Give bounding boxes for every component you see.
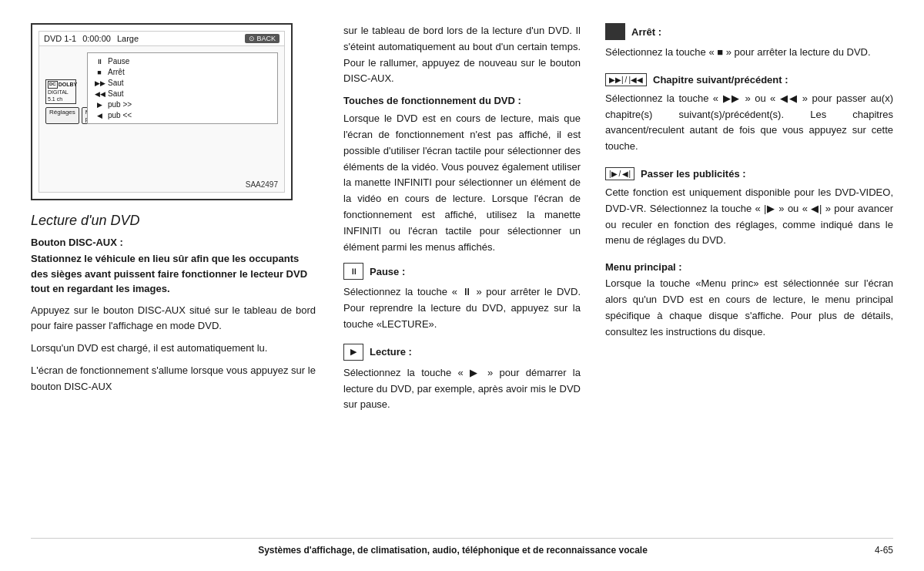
chapitre-text: Sélectionnez la touche « ▶▶ » ou « ◀◀ » …	[605, 91, 893, 155]
dvd-fwd-item[interactable]: ▶▶ Saut	[92, 78, 273, 88]
dvd-time: 0:00:00	[82, 34, 111, 43]
arret-header: Arrêt :	[605, 23, 893, 40]
lecture-text: Sélectionnez la touche « ▶ » pour démarr…	[343, 365, 581, 413]
dvd-screen-inner: DVD 1-1 0:00:00 Large ⊙ BACK DC	[38, 31, 285, 193]
dvd-label: DVD 1-1	[44, 34, 76, 43]
dvd-dolby: DC DOLBY DIGITAL 5.1 ch	[45, 79, 76, 104]
footer: Systèmes d'affichage, de climatisation, …	[31, 538, 893, 556]
left-column: DVD 1-1 0:00:00 Large ⊙ BACK DC	[31, 23, 331, 533]
dvd-large: Large	[117, 34, 139, 43]
arret-block: Arrêt : Sélectionnez la touche « ■ » pou…	[605, 23, 893, 61]
lecture-block: ▶ Lecture : Sélectionnez la touche « ▶ »…	[343, 344, 581, 413]
publicites-text: Cette fonction est uniquement disponible…	[605, 185, 893, 249]
menu-principal-text: Lorsque la touche «Menu princ» est sélec…	[605, 276, 893, 340]
pause-text: Sélectionnez la touche « ⏸ » pour arrête…	[343, 284, 581, 332]
middle-column: sur le tableau de bord lors de la lectur…	[331, 23, 593, 533]
publicites-block: |▶ / ◀| Passer les publicités : Cette fo…	[605, 167, 893, 249]
chapitre-icon-box: ▶▶| / |◀◀	[605, 73, 647, 86]
dvd-pause-item[interactable]: ⏸ Pause	[92, 56, 273, 66]
left-paragraph2: Lorsqu'un DVD est chargé, il est automat…	[31, 341, 316, 357]
lecture-title: Lecture :	[370, 346, 412, 358]
pause-icon-box: ⏸	[343, 263, 363, 280]
right-column: Arrêt : Sélectionnez la touche « ■ » pou…	[593, 23, 893, 533]
dvd-back-button[interactable]: ⊙ BACK	[245, 34, 280, 43]
pause-icon: ⏸	[350, 267, 358, 276]
publicites-icon-box: |▶ / ◀|	[605, 167, 634, 180]
bold-paragraph: Stationnez le véhicule en lieu sûr afin …	[31, 251, 316, 297]
arret-title: Arrêt :	[631, 26, 661, 38]
pub-fwd-icon: |▶	[609, 170, 618, 178]
middle-top-text: sur le tableau de bord lors de la lectur…	[343, 23, 581, 87]
section-title: Lecture d'un DVD	[31, 213, 316, 229]
chapitre-block: ▶▶| / |◀◀ Chapitre suivant/précédent : S…	[605, 73, 893, 155]
page-container: DVD 1-1 0:00:00 Large ⊙ BACK DC	[0, 0, 924, 571]
lecture-header: ▶ Lecture :	[343, 344, 581, 361]
fwd-symbol: ▶▶	[95, 79, 104, 87]
dvd-menu-area: DC DOLBY DIGITAL 5.1 ch Réglages Menu pr…	[39, 46, 284, 130]
dvd-arret-item[interactable]: ■ Arrêt	[92, 67, 273, 77]
footer-page: 4-65	[875, 545, 893, 556]
dvd-saa: SAA2497	[246, 180, 278, 189]
dvd-menu-left: DC DOLBY DIGITAL 5.1 ch Réglages Menu pr…	[45, 49, 84, 127]
pause-header: ⏸ Pause :	[343, 263, 581, 280]
pub-rwd-icon: ◀|	[622, 170, 631, 178]
slash: /	[625, 76, 628, 84]
dvd-buttons-bottom: Réglages Menu princ	[45, 107, 84, 124]
content-area: DVD 1-1 0:00:00 Large ⊙ BACK DC	[31, 23, 893, 533]
footer-text: Systèmes d'affichage, de climatisation, …	[258, 545, 648, 556]
bouton-disc-label: Bouton DISC-AUX :	[31, 237, 316, 248]
menu-principal-block: Menu principal : Lorsque la touche «Menu…	[605, 261, 893, 340]
arret-text: Sélectionnez la touche « ■ » pour arrête…	[605, 45, 893, 61]
dvd-pub-fwd-item[interactable]: ▶ pub >>	[92, 99, 273, 109]
prev-chapter-icon: |◀◀	[628, 76, 643, 84]
arret-icon-box	[605, 23, 625, 40]
publicites-title: Passer les publicités :	[641, 168, 746, 180]
dvd-right-menu: ⏸ Pause ■ Arrêt ▶▶ Saut	[87, 52, 278, 124]
rwd-symbol: ◀◀	[95, 90, 104, 98]
stop-symbol: ■	[95, 69, 104, 76]
left-paragraph3: L'écran de fonctionnement s'allume lorsq…	[31, 363, 316, 395]
menu-principal-title: Menu principal :	[605, 261, 893, 273]
publicites-header: |▶ / ◀| Passer les publicités :	[605, 167, 893, 180]
pause-block: ⏸ Pause : Sélectionnez la touche « ⏸ » p…	[343, 263, 581, 332]
lecture-icon-box: ▶	[343, 344, 363, 361]
left-paragraph1: Appuyez sur le bouton DISC-AUX situé sur…	[31, 303, 316, 335]
next-chapter-icon: ▶▶|	[609, 76, 624, 84]
pub-fwd-symbol: ▶	[95, 101, 104, 109]
dvd-top-left: DVD 1-1 0:00:00 Large	[44, 34, 139, 43]
pub-rwd-symbol: ◀	[95, 112, 104, 119]
dvd-rwd-item[interactable]: ◀◀ Saut	[92, 89, 273, 99]
dvd-screen: DVD 1-1 0:00:00 Large ⊙ BACK DC	[31, 23, 293, 200]
dvd-top-bar: DVD 1-1 0:00:00 Large ⊙ BACK	[39, 32, 284, 46]
touches-paragraph: Lorsque le DVD est en cours de lecture, …	[343, 111, 581, 255]
pause-symbol: ⏸	[95, 58, 104, 65]
pause-title: Pause :	[370, 266, 405, 277]
play-icon: ▶	[350, 347, 357, 357]
chapitre-header: ▶▶| / |◀◀ Chapitre suivant/précédent :	[605, 73, 893, 86]
reglages-button[interactable]: Réglages	[45, 107, 79, 124]
slash2: /	[619, 170, 621, 178]
dvd-pub-rwd-item[interactable]: ◀ pub <<	[92, 110, 273, 120]
touches-title: Touches de fonctionnement du DVD :	[343, 95, 581, 106]
chapitre-title: Chapitre suivant/précédent :	[653, 74, 788, 86]
